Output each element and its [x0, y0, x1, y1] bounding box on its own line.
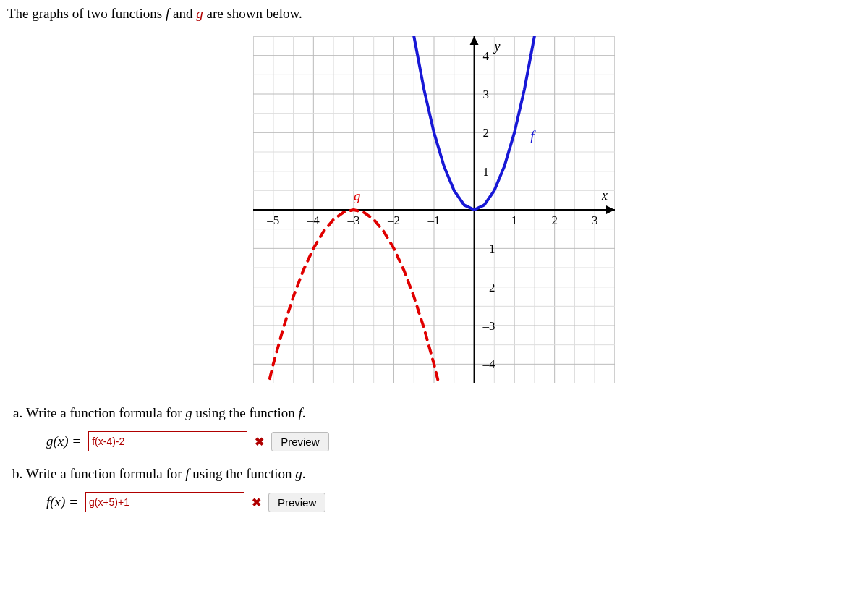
svg-text:1: 1 — [483, 165, 490, 179]
svg-text:–5: –5 — [266, 213, 279, 227]
question-b: Write a function formula for f using the… — [26, 466, 861, 512]
function-plot: –5–4–3–2–1123–4–3–2–11234xyfg — [253, 36, 615, 383]
chart-container: –5–4–3–2–1123–4–3–2–11234xyfg — [7, 36, 861, 383]
qa-pre: Write a function formula for — [26, 405, 185, 420]
intro-g: g — [196, 6, 203, 21]
svg-text:–2: –2 — [482, 281, 495, 294]
svg-text:–4: –4 — [482, 357, 496, 371]
wrong-icon: ✖ — [255, 435, 264, 449]
svg-text:y: y — [493, 39, 501, 54]
preview-button-a[interactable]: Preview — [271, 432, 328, 451]
qa-fn-out: g — [185, 405, 192, 420]
intro-pre: The graphs of two functions — [7, 6, 166, 21]
qb-pre: Write a function formula for — [26, 466, 185, 481]
svg-text:–1: –1 — [482, 242, 495, 255]
qb-fn-in: g — [295, 466, 302, 481]
qb-post: . — [302, 466, 306, 481]
question-a: Write a function formula for g using the… — [26, 405, 861, 451]
svg-text:2: 2 — [483, 126, 490, 140]
lhs-a: g(x) = — [46, 433, 81, 449]
svg-text:4: 4 — [483, 49, 490, 63]
svg-text:3: 3 — [592, 213, 598, 227]
qa-post: . — [302, 405, 306, 420]
svg-text:–1: –1 — [427, 213, 441, 227]
svg-text:3: 3 — [483, 88, 490, 101]
svg-text:–2: –2 — [387, 213, 400, 227]
qa-mid: using the function — [192, 405, 299, 420]
svg-text:1: 1 — [511, 213, 518, 227]
svg-text:x: x — [601, 188, 608, 203]
wrong-icon: ✖ — [252, 496, 261, 509]
qb-mid: using the function — [190, 466, 296, 481]
svg-text:–4: –4 — [307, 213, 320, 227]
answer-row-a: g(x) = ✖ Preview — [46, 431, 861, 451]
question-list: Write a function formula for g using the… — [7, 405, 861, 512]
answer-input-a[interactable] — [88, 431, 247, 451]
svg-text:2: 2 — [551, 213, 558, 227]
preview-button-b[interactable]: Preview — [268, 493, 326, 512]
intro-post: are shown below. — [203, 6, 302, 21]
lhs-b: f(x) = — [46, 494, 78, 510]
intro-text: The graphs of two functions f and g are … — [7, 6, 861, 22]
svg-text:–3: –3 — [482, 319, 495, 333]
svg-text:–3: –3 — [346, 213, 359, 227]
intro-mid: and — [169, 6, 196, 21]
svg-text:g: g — [354, 188, 361, 203]
answer-row-b: f(x) = ✖ Preview — [46, 492, 861, 512]
answer-input-b[interactable] — [85, 492, 244, 512]
